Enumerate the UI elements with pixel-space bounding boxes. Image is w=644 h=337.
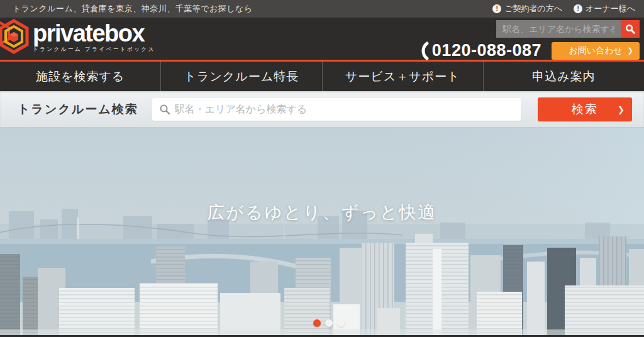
search-band-button-label: 検索 [572, 102, 598, 116]
search-band-input-wrap [152, 98, 521, 121]
hexagon-cube-logo-icon [0, 19, 30, 55]
nav-item-service-support[interactable]: サービス＋サポート [322, 62, 483, 91]
header: privatebox トランクルーム プライベートボックス [0, 18, 644, 62]
search-band-label: トランクルーム検索 [18, 101, 138, 118]
nav-item-application-guide[interactable]: 申込み案内 [483, 62, 644, 91]
topbar: トランクルーム、貸倉庫を東京、神奈川、千葉等でお探しなら ! ご契約者の方へ !… [0, 0, 644, 18]
brand-logo[interactable]: privatebox トランクルーム プライベートボックス [0, 19, 155, 55]
carousel-dot-3[interactable] [337, 319, 345, 327]
carousel-dot-2[interactable] [325, 319, 333, 327]
search-band-input[interactable] [152, 98, 521, 121]
hero-carousel: 広がるゆとり、ずっと快適 [0, 128, 644, 335]
topbar-links: ! ご契約者の方へ ! オーナー様へ [492, 3, 635, 14]
contact-button-label: お問い合わせ [569, 45, 622, 57]
carousel-dot-1[interactable] [313, 319, 321, 327]
search-icon [625, 24, 635, 34]
phone: 0120-088-087 [419, 41, 541, 60]
phone-number: 0120-088-087 [432, 41, 541, 60]
search-band-button[interactable]: 検索 ❯ [538, 97, 632, 121]
chevron-right-icon: ❯ [618, 104, 625, 114]
brand-subtitle: トランクルーム プライベートボックス [33, 46, 155, 53]
header-search-button[interactable] [621, 20, 640, 38]
info-icon: ! [492, 4, 501, 13]
header-search [375, 20, 640, 38]
topbar-link-contract-holders[interactable]: ! ご契約者の方へ [492, 3, 562, 14]
topbar-link-label: オーナー様へ [586, 3, 635, 14]
info-icon: ! [574, 4, 582, 13]
hero-headline: 広がるゆとり、ずっと快適 [0, 201, 644, 224]
header-search-input[interactable] [496, 20, 621, 38]
brand-wordmark: privatebox [33, 21, 155, 45]
page: トランクルーム、貸倉庫を東京、神奈川、千葉等でお探しなら ! ご契約者の方へ !… [0, 0, 644, 337]
search-icon [159, 104, 170, 115]
city-skyline-image [0, 128, 644, 335]
nav-item-features[interactable]: トランクルーム特長 [160, 62, 321, 91]
nav-item-search-facilities[interactable]: 施設を検索する [0, 62, 160, 91]
topbar-link-label: ご契約者の方へ [504, 3, 562, 14]
carousel-dots [313, 319, 345, 327]
header-right: 0120-088-087 お問い合わせ ❯ [375, 20, 640, 60]
contact-button[interactable]: お問い合わせ ❯ [552, 42, 640, 60]
main-nav: 施設を検索する トランクルーム特長 サービス＋サポート 申込み案内 [0, 62, 644, 91]
chevron-right-icon: ❯ [628, 47, 633, 55]
topbar-link-owners[interactable]: ! オーナー様へ [574, 3, 635, 14]
site-tagline: トランクルーム、貸倉庫を東京、神奈川、千葉等でお探しなら [13, 3, 253, 14]
phone-row: 0120-088-087 お問い合わせ ❯ [375, 41, 640, 60]
phone-icon [419, 41, 430, 60]
trunk-room-search-band: トランクルーム検索 検索 ❯ [0, 91, 644, 128]
